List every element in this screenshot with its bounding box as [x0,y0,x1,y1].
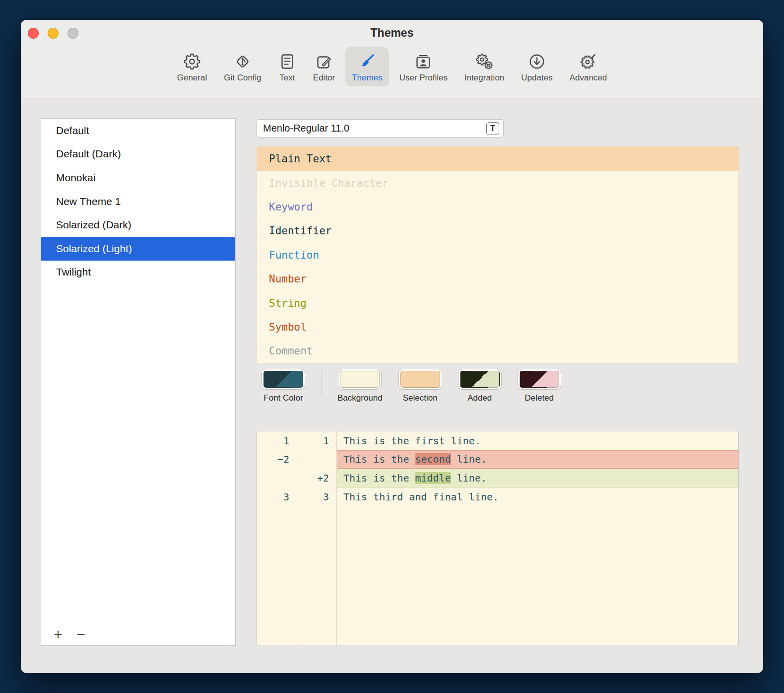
diff-line-text: This is the second line. [336,450,738,469]
toolbar-item-label: Editor [313,73,335,83]
token-row-keyword[interactable]: Keyword [257,195,738,219]
color-well-fill [263,371,303,388]
swatch-selection[interactable]: Selection [398,369,442,403]
color-well[interactable] [398,369,442,390]
editor-pencil-icon [315,52,333,71]
gutter-divider [297,431,297,645]
diff-text-segment: line. [451,472,487,484]
advanced-gear-icon [579,52,597,71]
toolbar-item-label: Themes [352,73,382,83]
color-well[interactable] [261,369,305,390]
color-well-fill [340,371,380,388]
swatch-background[interactable]: Background [337,369,383,403]
color-swatch-row: Font ColorBackgroundSelectionAddedDelete… [257,369,739,403]
toolbar-item-label: Integration [464,73,504,83]
toolbar-item-themes[interactable]: Themes [345,47,389,86]
theme-list-item-default-dark[interactable]: Default (Dark) [41,142,235,166]
token-row-comment[interactable]: Comment [257,339,738,363]
toolbar-item-label: User Profiles [399,73,448,83]
diff-row-context: 11This is the first line. [257,431,738,450]
swatch-label: Selection [403,393,438,403]
theme-list-item-new-theme-1[interactable]: New Theme 1 [41,190,235,213]
font-field[interactable]: Menlo-Regular 11.0 T [257,119,504,138]
toolbar-item-label: General [177,73,207,83]
toolbar-item-user-profiles[interactable]: User Profiles [393,47,454,86]
swatch-label: Deleted [524,393,554,403]
theme-list-item-solarized-light[interactable]: Solarized (Light) [41,237,235,261]
token-style-preview: Plain TextInvisible CharacterKeywordIden… [257,146,739,363]
toolbar-item-label: Text [279,73,295,83]
gear-icon [183,52,201,71]
font-picker-button[interactable]: T [486,122,499,135]
swatch-deleted[interactable]: Deleted [518,369,561,403]
gutter-divider [336,431,337,645]
token-row-symbol[interactable]: Symbol [257,315,738,339]
toolbar-item-git-config[interactable]: Git Config [217,47,268,86]
color-well-fill [520,371,559,388]
toolbar-item-editor[interactable]: Editor [307,47,341,86]
themes-preferences-window: Themes GeneralGit ConfigTextEditorThemes… [21,20,763,673]
color-well-fill [400,371,440,388]
toolbar-item-label: Git Config [224,73,261,83]
swatch-divider [321,369,322,396]
toolbar-item-text[interactable]: Text [272,47,303,86]
theme-list-item-twilight[interactable]: Twilight [41,261,235,284]
font-name-value: Menlo-Regular 11.0 [263,123,349,134]
swatch-added[interactable]: Added [458,369,502,403]
diff-line-text: This is the middle line. [336,469,738,487]
token-row-plain-text[interactable]: Plain Text [257,147,738,171]
diff-text-segment: line. [451,453,487,465]
toolbar-item-label: Updates [521,73,552,83]
theme-list: + − DefaultDefault (Dark)MonokaiNew Them… [41,118,236,646]
diff-row-context: 33This third and final line. [257,487,738,506]
token-row-number[interactable]: Number [257,267,738,291]
new-line-number: +2 [297,469,336,487]
swatch-label: Added [467,393,492,403]
diff-text-segment: This third and final line. [343,491,499,503]
preferences-toolbar: GeneralGit ConfigTextEditorThemesUser Pr… [21,47,763,86]
token-row-string[interactable]: String [257,291,738,315]
add-theme-button[interactable]: + [51,624,65,644]
diff-text-segment: This is the [343,453,415,465]
old-line-number: −2 [257,450,297,469]
new-line-number: 3 [297,487,336,506]
diff-row-deleted: −2This is the second line. [257,450,738,469]
toolbar-item-label: Advanced [570,73,607,83]
color-well[interactable] [338,369,382,390]
diff-word-highlight: second [415,453,451,465]
old-line-number: 1 [257,431,297,450]
old-line-number [257,469,297,487]
color-well[interactable] [518,369,561,390]
theme-list-item-solarized-dark[interactable]: Solarized (Dark) [41,213,235,237]
remove-theme-button[interactable]: − [74,624,88,644]
diff-line-text: This is the first line. [336,431,738,450]
gears-icon [475,52,493,71]
toolbar-item-advanced[interactable]: Advanced [563,47,614,86]
swatch-label: Font Color [263,393,303,403]
diff-row-added: +2This is the middle line. [257,469,738,487]
diff-word-highlight: middle [415,472,451,484]
token-row-function[interactable]: Function [257,243,738,267]
diff-rows: 11This is the first line.−2This is the s… [257,431,738,645]
token-row-invisible-character[interactable]: Invisible Character [257,171,738,195]
user-card-icon [414,52,432,71]
token-row-identifier[interactable]: Identifier [257,219,738,243]
window-header: Themes GeneralGit ConfigTextEditorThemes… [21,20,763,98]
swatch-font-color[interactable]: Font Color [261,369,305,403]
diff-text-segment: This is the [343,472,415,484]
swatch-label: Background [337,393,383,403]
window-title: Themes [21,26,763,40]
new-line-number [297,450,336,469]
color-well-fill [460,371,500,388]
toolbar-item-integration[interactable]: Integration [458,47,511,86]
toolbar-item-general[interactable]: General [171,47,213,86]
old-line-number: 3 [257,487,297,506]
desktop-background: Themes GeneralGit ConfigTextEditorThemes… [0,0,784,693]
toolbar-item-updates[interactable]: Updates [515,47,559,86]
paintbrush-icon [358,52,376,71]
theme-list-item-monokai[interactable]: Monokai [41,166,235,190]
theme-list-item-default[interactable]: Default [41,119,235,142]
color-well[interactable] [458,369,502,390]
theme-list-actions: + − [51,624,88,644]
new-line-number: 1 [297,431,336,450]
